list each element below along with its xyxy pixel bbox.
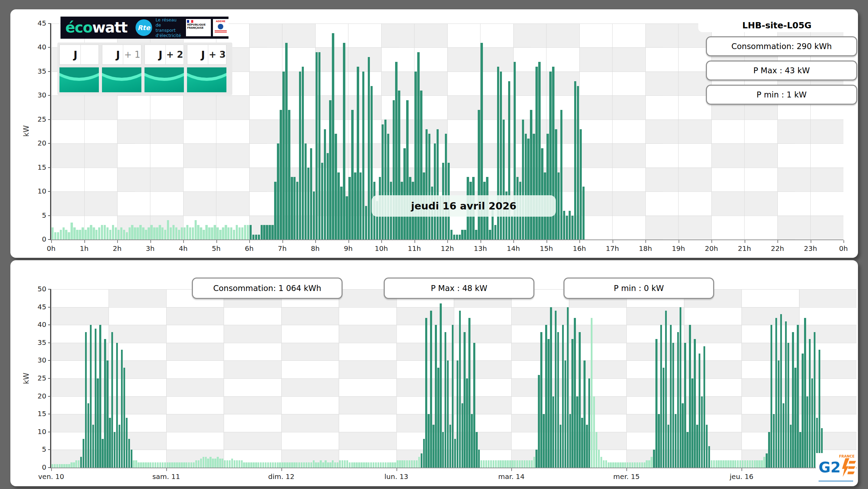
bar: [663, 368, 664, 468]
x-axis-tick: [249, 240, 250, 243]
bar: [500, 460, 501, 468]
bar: [605, 460, 607, 468]
bar: [248, 462, 250, 468]
bar: [739, 460, 741, 468]
bar: [83, 439, 84, 468]
y-axis-tick-label: 40: [26, 43, 46, 51]
bar: [329, 462, 331, 468]
bar: [140, 462, 142, 468]
x-axis-tick-label: sam. 11: [146, 472, 187, 481]
bar: [303, 462, 305, 468]
bar: [193, 462, 195, 468]
bar: [337, 172, 339, 239]
rte-tagline-line2: de transport: [156, 22, 182, 33]
bar: [214, 459, 216, 468]
bar: [167, 220, 169, 239]
bar: [799, 432, 801, 468]
bar: [111, 332, 113, 468]
ecowatt-day-button-j[interactable]: J: [59, 45, 99, 65]
bar: [677, 332, 679, 468]
bar: [577, 86, 579, 239]
bar: [699, 354, 700, 468]
bar: [244, 225, 246, 239]
day-button-label: J: [60, 45, 80, 64]
x-axis-tick: [150, 240, 151, 243]
bar: [339, 460, 341, 468]
bar: [548, 339, 549, 468]
bar: [819, 350, 820, 468]
bar: [321, 163, 323, 239]
ecowatt-day-button-j3[interactable]: J+ 3: [187, 45, 226, 65]
bar: [569, 414, 571, 468]
bar: [137, 227, 139, 239]
ecowatt-day-button-j1[interactable]: J+ 1: [102, 45, 141, 65]
bar: [157, 462, 159, 468]
bar: [763, 457, 765, 468]
bar: [176, 462, 178, 468]
bar: [425, 318, 427, 468]
bar: [134, 227, 136, 239]
ecowatt-forecast-widget: J J+ 1 J+ 2 J+ 3: [57, 43, 232, 95]
bar: [373, 462, 374, 468]
bar: [806, 396, 808, 468]
y-axis-tick-label: 20: [26, 139, 46, 147]
bar: [164, 230, 166, 239]
bar: [224, 460, 226, 468]
bar: [346, 460, 348, 468]
bar: [253, 462, 254, 468]
bar: [109, 230, 111, 239]
bar: [526, 460, 528, 468]
y-axis-tick: [48, 47, 51, 48]
ecowatt-day-button-j2[interactable]: J+ 2: [144, 45, 184, 65]
bar: [365, 462, 367, 468]
bar: [227, 227, 230, 239]
bar: [255, 462, 257, 468]
bar: [233, 230, 235, 239]
y-axis-tick: [48, 342, 51, 343]
bar: [101, 225, 103, 239]
bar: [150, 225, 152, 239]
bar: [730, 460, 731, 468]
bar: [648, 460, 650, 468]
bar: [167, 462, 168, 468]
bar: [131, 225, 133, 239]
bar: [87, 227, 89, 239]
bar: [449, 425, 451, 468]
bar: [511, 216, 513, 239]
bar: [270, 462, 271, 468]
bar: [56, 464, 58, 468]
bar: [445, 134, 447, 239]
x-axis-tick: [741, 468, 742, 471]
bar: [159, 225, 161, 239]
bar: [85, 332, 87, 468]
bar: [684, 343, 686, 468]
week-plot-area[interactable]: [50, 289, 857, 468]
bar: [533, 457, 535, 468]
y-axis-tick-label: 10: [26, 187, 46, 195]
bar: [368, 57, 370, 239]
bar: [722, 460, 724, 468]
x-axis-tick: [315, 240, 316, 243]
x-axis-tick: [282, 240, 283, 243]
x-axis-tick-label: dim. 12: [261, 472, 302, 481]
bar: [747, 460, 748, 468]
bar: [527, 139, 529, 239]
bar: [214, 225, 216, 239]
y-axis-tick-label: 0: [26, 463, 46, 471]
bar: [588, 378, 590, 468]
bar: [563, 211, 565, 239]
x-axis-tick: [183, 240, 184, 243]
bar: [622, 462, 624, 468]
bar: [316, 52, 318, 239]
bar: [471, 414, 473, 468]
bar: [178, 230, 180, 239]
bar: [277, 143, 279, 239]
bar: [230, 227, 232, 239]
bar: [332, 33, 334, 239]
bar: [183, 462, 185, 468]
bar: [145, 462, 147, 468]
bar: [203, 457, 204, 468]
y-axis-tick-label: 0: [26, 235, 46, 243]
bar: [310, 462, 312, 468]
ecowatt-green-signal-icon: [102, 67, 141, 92]
